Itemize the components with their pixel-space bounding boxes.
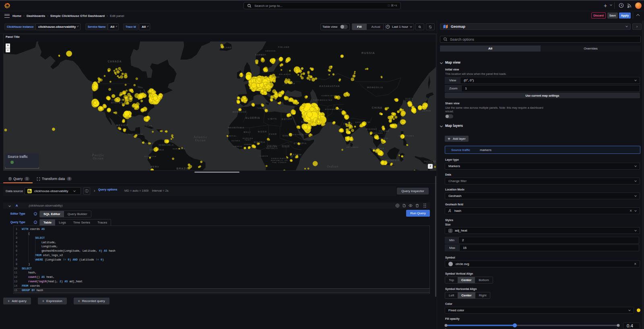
svg-text:FASO: FASO (245, 139, 251, 141)
svg-text:ETHIOPIA: ETHIOPIA (294, 142, 307, 145)
svg-text:MEXICO: MEXICO (116, 124, 128, 126)
svg-text:BELARUS: BELARUS (279, 73, 291, 75)
svg-text:NIGER: NIGER (258, 130, 267, 133)
svg-text:MOROCCO: MOROCCO (233, 111, 246, 113)
svg-text:SWEDEN: SWEDEN (265, 50, 276, 52)
svg-text:LIBERIA: LIBERIA (233, 146, 242, 147)
svg-text:AFGHANISTAN: AFGHANISTAN (325, 108, 343, 110)
svg-text:SUDAN: SUDAN (282, 146, 290, 148)
svg-text:ALGERIA: ALGERIA (245, 116, 260, 119)
svg-text:LIBYA: LIBYA (268, 118, 277, 120)
svg-text:VENEZUELA: VENEZUELA (159, 144, 174, 146)
svg-text:CANADA: CANADA (107, 60, 122, 63)
svg-text:THE CONGO: THE CONGO (272, 161, 287, 163)
svg-text:GABON: GABON (260, 155, 268, 157)
svg-text:TURKMENISTAN: TURKMENISTAN (313, 99, 332, 101)
svg-text:CHINA: CHINA (372, 106, 382, 109)
svg-text:TUNISIA: TUNISIA (257, 107, 266, 109)
svg-text:ERITREA: ERITREA (293, 134, 303, 136)
svg-text:KOREA: KOREA (405, 99, 413, 101)
svg-text:RUSSIA: RUSSIA (361, 51, 375, 55)
svg-text:Indian: Indian (327, 164, 339, 168)
svg-text:GUINEA: GUINEA (231, 140, 240, 142)
svg-text:MALI: MALI (244, 131, 251, 133)
svg-text:REPUBLIC: REPUBLIC (266, 147, 278, 149)
svg-text:Ocean: Ocean (93, 156, 103, 160)
svg-text:MYANMAR: MYANMAR (366, 128, 377, 130)
svg-text:BRAZIL: BRAZIL (177, 167, 189, 170)
svg-text:EGYPT: EGYPT (282, 118, 292, 120)
svg-text:MAURITANIA: MAURITANIA (228, 127, 244, 129)
svg-text:CHAD: CHAD (269, 133, 277, 135)
svg-text:CUBA: CUBA (146, 125, 153, 127)
svg-text:KAZAKHSTAN: KAZAKHSTAN (320, 85, 340, 87)
svg-text:FINLAND: FINLAND (278, 46, 290, 48)
svg-text:MONGOLIA: MONGOLIA (367, 86, 384, 89)
svg-text:NORWAY: NORWAY (255, 54, 266, 56)
svg-text:THAILAND: THAILAND (371, 132, 383, 134)
svg-text:JAPAN: JAPAN (422, 110, 431, 112)
svg-text:GHANA: GHANA (244, 143, 252, 145)
svg-text:PERU: PERU (151, 166, 159, 168)
svg-text:Ocean: Ocean (195, 138, 206, 142)
svg-text:SRI LANKA: SRI LANKA (347, 147, 359, 148)
